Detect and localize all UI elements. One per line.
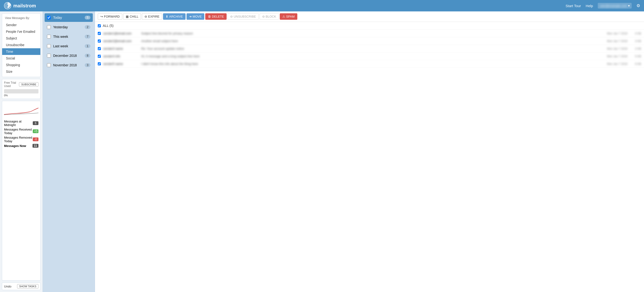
- chill-label: CHILL: [130, 15, 138, 18]
- time-count-last-week: 1: [85, 44, 90, 48]
- progress-bar: [4, 89, 38, 93]
- archive-icon: ⬇: [166, 15, 168, 18]
- sidebar-item-time[interactable]: Time: [2, 48, 40, 55]
- chill-button[interactable]: ▦ CHILL: [123, 13, 141, 20]
- unsubscribe-button[interactable]: ⊖ UNSUBSCRIBE: [228, 13, 259, 20]
- email-list: ALL (5) sender1@email.com Subject line b…: [95, 22, 644, 292]
- email-sender-2: sender3 name: [103, 47, 141, 50]
- time-item-today[interactable]: Today 5: [44, 13, 93, 22]
- time-count-this-week: 7: [85, 35, 90, 39]
- table-row[interactable]: sender1@email.com Subject line blurred f…: [95, 30, 644, 37]
- help-link[interactable]: Help: [586, 4, 593, 8]
- time-checkbox-last-week[interactable]: [47, 44, 51, 48]
- svg-point-1: [7, 5, 8, 6]
- time-item-this-week[interactable]: This week 7: [44, 32, 93, 41]
- settings-icon[interactable]: ⚙: [636, 3, 640, 8]
- spam-icon: ⚠: [282, 15, 285, 18]
- time-checkbox-yesterday[interactable]: [47, 25, 51, 29]
- free-trial-label: Free Trial Used: [4, 81, 19, 88]
- sidebar-item-unsubscribe[interactable]: Unsubscribe: [2, 42, 40, 48]
- email-sender-3: sender4 info: [103, 54, 141, 58]
- sidebar-item-social[interactable]: Social: [2, 55, 40, 62]
- email-checkbox-1[interactable]: [98, 40, 101, 43]
- table-row[interactable]: sender5 name I didn't know this info abo…: [95, 60, 644, 68]
- start-tour-link[interactable]: Start Tour: [566, 4, 581, 8]
- time-count-november: 3: [85, 63, 90, 67]
- time-count-december: 8: [85, 54, 90, 58]
- time-item-last-week[interactable]: Last week 1: [44, 42, 93, 50]
- expire-label: EXPIRE: [148, 15, 160, 18]
- delete-icon: 🗑: [208, 15, 211, 18]
- email-sender-0: sender1@email.com: [103, 32, 141, 35]
- free-trial-panel: Free Trial Used SUBSCRIBE 0%: [2, 79, 40, 99]
- delete-label: DELETE: [212, 15, 224, 18]
- email-subject-3: Hi, A message and a long subject line he…: [141, 54, 604, 58]
- logo: mailstrom: [4, 2, 36, 10]
- user-dropdown[interactable]: user@example.com ▾: [598, 3, 632, 9]
- time-checkbox-this-week[interactable]: [47, 35, 51, 39]
- time-label-yesterday: Yesterday: [53, 25, 85, 29]
- time-item-december[interactable]: December 2018 8: [44, 51, 93, 60]
- time-label-last-week: Last week: [53, 44, 85, 48]
- spam-button[interactable]: ⚠ SPAM: [280, 13, 297, 20]
- subscribe-button[interactable]: SUBSCRIBE: [19, 82, 38, 87]
- spam-label: SPAM: [286, 15, 295, 18]
- time-label-december: December 2018: [53, 54, 85, 58]
- email-checkbox-3[interactable]: [98, 55, 101, 58]
- select-all-checkbox[interactable]: [98, 24, 101, 27]
- move-button[interactable]: ➜ MOVE: [186, 13, 204, 20]
- email-size-1: 3 KB: [629, 40, 641, 43]
- left-sidebar: View Messages By: Sender People I've Ema…: [0, 12, 43, 292]
- table-row[interactable]: sender2@email.com Another email subject …: [95, 37, 644, 45]
- all-select-label: ALL (5): [103, 24, 114, 28]
- toolbar: ↪ FORWARD ▦ CHILL ⊖ EXPIRE ⬇ ARCHIVE ➜ M…: [95, 12, 644, 22]
- chill-icon: ▦: [126, 15, 128, 18]
- archive-button[interactable]: ⬇ ARCHIVE: [163, 13, 186, 20]
- email-sender-1: sender2@email.com: [103, 39, 141, 43]
- email-checkbox-4[interactable]: [98, 62, 101, 65]
- sidebar-item-shopping[interactable]: Shopping: [2, 62, 40, 68]
- dropdown-arrow-icon: ▾: [628, 4, 630, 8]
- move-icon: ➜: [189, 15, 192, 18]
- email-subject-1: Another email subject here: [141, 39, 604, 43]
- email-date-2: Mon Jan 7 2019: [607, 47, 628, 50]
- stat-row-received: Messages Received Today +5: [4, 127, 38, 135]
- forward-button[interactable]: ↪ FORWARD: [98, 13, 122, 20]
- expire-button[interactable]: ⊖ EXPIRE: [142, 13, 162, 20]
- unsubscribe-icon: ⊖: [230, 15, 233, 18]
- sidebar-item-people-emailed[interactable]: People I've Emailed: [2, 28, 40, 35]
- table-row[interactable]: sender4 info Hi, A message and a long su…: [95, 53, 644, 60]
- email-subject-4: I didn't know this info about the thing …: [141, 62, 604, 66]
- stat-now-label: Messages Now: [4, 144, 26, 148]
- time-label-november: November 2018: [53, 63, 85, 67]
- move-label: MOVE: [193, 15, 202, 18]
- email-subject-0: Subject line blurred for privacy reason: [141, 32, 604, 35]
- email-size-3: 5 KB: [629, 55, 641, 58]
- stats-panel: Messages at Midnight 6 Messages Received…: [2, 101, 40, 280]
- time-item-november[interactable]: November 2018 3: [44, 61, 93, 69]
- time-checkbox-december[interactable]: [47, 54, 51, 58]
- email-size-2: 2 KB: [629, 47, 641, 50]
- main-layout: View Messages By: Sender People I've Ema…: [0, 12, 644, 292]
- show-tasks-button[interactable]: SHOW TASKS: [17, 284, 38, 288]
- user-email: user@example.com: [600, 4, 627, 8]
- sidebar-item-subject[interactable]: Subject: [2, 35, 40, 42]
- time-checkbox-today[interactable]: [47, 16, 51, 20]
- time-checkbox-november[interactable]: [47, 63, 51, 67]
- stats-chart: [4, 103, 38, 117]
- email-checkbox-0[interactable]: [98, 32, 101, 35]
- sidebar-item-sender[interactable]: Sender: [2, 22, 40, 28]
- email-date-1: Mon Jan 7 2019: [607, 40, 628, 43]
- email-date-0: Mon Jan 7 2019: [607, 32, 628, 35]
- block-label: BLOCK: [266, 15, 276, 18]
- expire-icon: ⊖: [144, 15, 147, 18]
- time-item-yesterday[interactable]: Yesterday 2: [44, 23, 93, 31]
- delete-button[interactable]: 🗑 DELETE: [205, 13, 226, 20]
- undo-label: Undo: [4, 285, 12, 288]
- logo-text: mailstrom: [13, 3, 36, 9]
- middle-panel: Today 5 Yesterday 2 This week 7 Last wee…: [43, 12, 95, 292]
- sidebar-item-size[interactable]: Size: [2, 68, 40, 75]
- email-checkbox-2[interactable]: [98, 47, 101, 50]
- table-row[interactable]: sender3 name Re: Your account update not…: [95, 45, 644, 53]
- block-button[interactable]: ⊖ BLOCK: [260, 13, 279, 20]
